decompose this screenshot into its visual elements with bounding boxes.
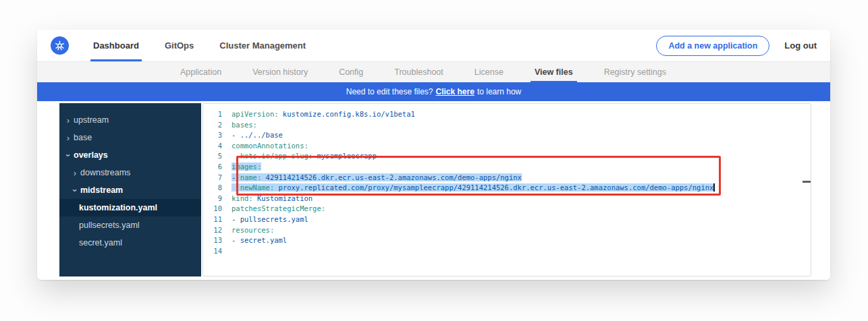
line-content: resources: [232,225,274,236]
tab-version-history[interactable]: Version history [252,62,308,82]
tree-item-base[interactable]: ›base [59,129,201,146]
logout-link[interactable]: Log out [784,40,817,51]
chevron-down-icon: › [63,151,74,159]
chevron-down-icon: › [70,186,80,194]
line-number: 8 [203,183,232,194]
line-content: apiVersion: kustomize.config.k8s.io/v1be… [232,109,415,120]
code-line-4[interactable]: 4commonAnnotations: [203,141,811,152]
edit-files-banner: Need to edit these files? Click here to … [37,82,830,101]
line-number: 2 [203,120,232,131]
code-line-5[interactable]: 5 kots.io/app-slug: mysampleecrapp [203,151,811,162]
code-line-2[interactable]: 2bases: [203,120,811,131]
nav-item-cluster-management[interactable]: Cluster Management [219,30,306,61]
line-content: kind: Kustomization [232,194,313,204]
nav-item-gitops[interactable]: GitOps [165,30,194,61]
line-number: 9 [203,194,232,204]
file-tree-sidebar: ›upstream›base›overlays›downstreams›mids… [59,103,201,276]
line-content: - name: 429114214526.dkr.ecr.us-east-2.a… [232,173,522,183]
tab-troubleshoot[interactable]: Troubleshoot [394,62,443,82]
line-number: 11 [203,214,232,225]
line-number: 7 [203,173,232,183]
line-content: newName: proxy.replicated.com/proxy/mysa… [232,183,715,194]
line-number: 13 [203,235,232,246]
top-nav-bar: DashboardGitOpsCluster Management Add a … [37,30,830,62]
code-line-12[interactable]: 12resources: [203,225,811,236]
tab-config[interactable]: Config [339,62,363,82]
nav-item-dashboard[interactable]: Dashboard [93,30,139,61]
code-line-10[interactable]: 10patchesStrategicMerge: [203,204,811,214]
tab-view-files[interactable]: View files [535,62,573,82]
header-right: Add a new application Log out [656,36,817,56]
click-here-link[interactable]: Click here [436,87,474,96]
line-content: - pullsecrets.yaml [232,214,308,225]
tree-item-label: kustomization.yaml [79,203,157,212]
tree-item-kustomization-yaml[interactable]: kustomization.yaml [59,199,201,216]
tab-application[interactable]: Application [180,62,221,82]
code-line-11[interactable]: 11- pullsecrets.yaml [203,214,811,225]
code-line-1[interactable]: 1apiVersion: kustomize.config.k8s.io/v1b… [203,109,811,120]
code-line-7[interactable]: 7- name: 429114214526.dkr.ecr.us-east-2.… [203,173,811,183]
tab-license[interactable]: License [474,62,504,82]
line-number: 1 [203,109,232,120]
line-number: 12 [203,225,232,236]
tree-item-label: upstream [74,115,109,125]
yaml-editor[interactable]: 1apiVersion: kustomize.config.k8s.io/v1b… [202,103,811,276]
tree-item-pullsecrets-yaml[interactable]: pullsecrets.yaml [59,216,201,234]
code-line-14[interactable]: 14 [203,246,811,257]
text-cursor [713,183,715,192]
line-content: - secret.yaml [232,235,287,246]
line-content: - ../../base [232,130,283,141]
tree-item-label: base [74,133,92,142]
tree-item-label: downstreams [80,168,130,177]
code-line-6[interactable]: 6images: [203,162,811,173]
line-content: bases: [232,120,257,131]
code-line-3[interactable]: 3- ../../base [203,130,811,141]
overview-ruler-cursor-mark [803,181,811,183]
code-area[interactable]: 1apiVersion: kustomize.config.k8s.io/v1b… [203,104,811,256]
code-line-13[interactable]: 13- secret.yaml [203,235,811,246]
code-line-9[interactable]: 9kind: Kustomization [203,194,811,204]
tree-item-label: pullsecrets.yaml [79,221,140,230]
banner-text-before: Need to edit these files? [346,87,433,96]
app-tab-bar: ApplicationVersion historyConfigTroubles… [37,62,830,82]
chevron-right-icon: › [71,168,79,178]
banner-text-after: to learn how [477,87,521,96]
tree-item-label: overlays [74,150,108,160]
line-content: patchesStrategicMerge: [232,204,325,214]
kubernetes-logo-icon [51,36,69,55]
add-new-application-button[interactable]: Add a new application [656,36,769,56]
line-number: 4 [203,141,232,152]
line-number: 10 [203,204,232,214]
line-number: 3 [203,130,232,141]
line-content: commonAnnotations: [232,141,308,152]
line-number: 6 [203,162,232,173]
chevron-right-icon: › [64,133,72,143]
line-content: images: [232,162,261,173]
main-nav: DashboardGitOpsCluster Management [93,30,306,61]
tree-item-downstreams[interactable]: ›downstreams [59,164,201,181]
tree-item-label: midstream [80,185,123,195]
code-line-8[interactable]: 8 newName: proxy.replicated.com/proxy/my… [203,183,811,194]
tree-item-label: secret.yaml [79,238,122,247]
view-files-content: ›upstream›base›overlays›downstreams›mids… [37,101,830,280]
admin-console-window: DashboardGitOpsCluster Management Add a … [37,30,830,280]
tree-item-midstream[interactable]: ›midstream [59,181,201,199]
tree-item-upstream[interactable]: ›upstream [59,111,201,129]
tree-item-overlays[interactable]: ›overlays [59,146,201,164]
tree-item-secret-yaml[interactable]: secret.yaml [59,234,201,252]
line-number: 14 [203,246,232,257]
line-content: kots.io/app-slug: mysampleecrapp [232,151,377,162]
tab-registry-settings[interactable]: Registry settings [604,62,666,82]
chevron-right-icon: › [64,115,72,125]
line-number: 5 [203,151,232,162]
